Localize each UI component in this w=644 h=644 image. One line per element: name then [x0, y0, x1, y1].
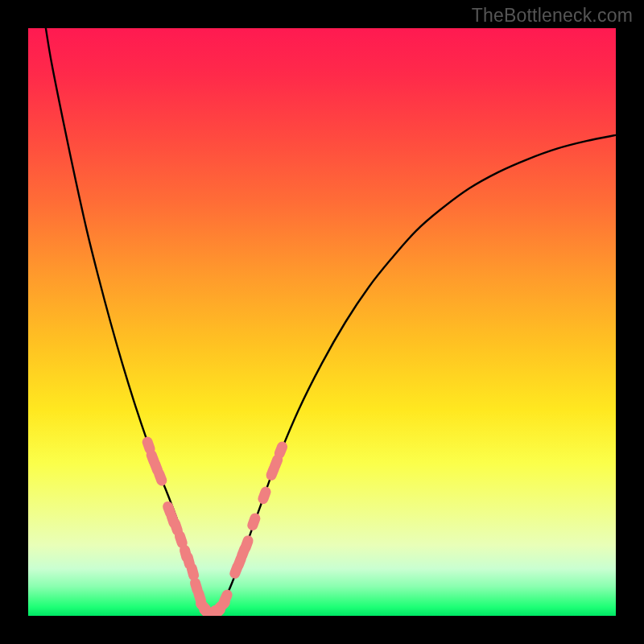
- data-marker: [257, 485, 273, 506]
- curve-layer: [28, 28, 616, 616]
- chart-frame: TheBottleneck.com: [0, 0, 644, 644]
- data-marker: [246, 512, 262, 532]
- marker-group: [141, 436, 289, 616]
- watermark-text: TheBottleneck.com: [472, 5, 633, 27]
- plot-area: [28, 28, 616, 616]
- bottleneck-curve: [46, 28, 616, 616]
